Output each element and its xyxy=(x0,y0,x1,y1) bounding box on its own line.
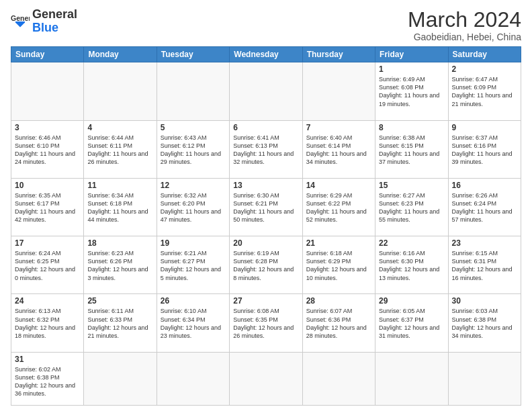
day-number: 18 xyxy=(87,238,152,248)
day-number: 8 xyxy=(379,123,444,132)
day-number: 9 xyxy=(452,123,517,132)
calendar-day: 9Sunrise: 6:37 AM Sunset: 6:16 PM Daylig… xyxy=(448,120,521,178)
day-number: 25 xyxy=(87,296,152,306)
day-number: 11 xyxy=(87,181,152,190)
day-number: 30 xyxy=(452,296,517,306)
calendar-day: 12Sunrise: 6:32 AM Sunset: 6:20 PM Dayli… xyxy=(157,178,229,236)
day-number: 29 xyxy=(379,296,444,306)
day-number: 21 xyxy=(306,238,371,248)
page: General General Blue March 2024 Gaobeidi… xyxy=(0,0,532,411)
day-number: 5 xyxy=(161,123,226,132)
calendar-day: 11Sunrise: 6:34 AM Sunset: 6:18 PM Dayli… xyxy=(84,178,157,236)
column-header-saturday: Saturday xyxy=(448,47,521,62)
calendar-day xyxy=(302,352,375,405)
day-number: 26 xyxy=(161,296,226,306)
month-title: March 2024 xyxy=(408,8,521,32)
day-info: Sunrise: 6:29 AM Sunset: 6:22 PM Dayligh… xyxy=(306,191,371,224)
day-number: 12 xyxy=(161,181,226,190)
day-info: Sunrise: 6:10 AM Sunset: 6:34 PM Dayligh… xyxy=(161,307,226,340)
day-info: Sunrise: 6:23 AM Sunset: 6:26 PM Dayligh… xyxy=(87,249,152,282)
day-number: 6 xyxy=(233,123,298,132)
calendar-table: SundayMondayTuesdayWednesdayThursdayFrid… xyxy=(11,46,521,406)
day-info: Sunrise: 6:03 AM Sunset: 6:38 PM Dayligh… xyxy=(452,307,517,340)
day-info: Sunrise: 6:44 AM Sunset: 6:11 PM Dayligh… xyxy=(87,134,152,167)
column-header-sunday: Sunday xyxy=(11,47,84,62)
day-number: 20 xyxy=(233,238,298,248)
calendar-day: 16Sunrise: 6:26 AM Sunset: 6:24 PM Dayli… xyxy=(448,178,521,236)
day-info: Sunrise: 6:46 AM Sunset: 6:10 PM Dayligh… xyxy=(15,134,80,167)
day-info: Sunrise: 6:37 AM Sunset: 6:16 PM Dayligh… xyxy=(452,134,517,167)
day-info: Sunrise: 6:43 AM Sunset: 6:12 PM Dayligh… xyxy=(161,134,226,167)
day-number: 2 xyxy=(452,64,517,74)
calendar-week-row: 17Sunrise: 6:24 AM Sunset: 6:25 PM Dayli… xyxy=(11,236,521,294)
day-number: 14 xyxy=(306,181,371,190)
day-number: 10 xyxy=(15,181,80,190)
calendar-day xyxy=(157,62,229,120)
calendar-day: 28Sunrise: 6:07 AM Sunset: 6:36 PM Dayli… xyxy=(302,294,375,352)
calendar-day xyxy=(11,62,84,120)
calendar-day: 14Sunrise: 6:29 AM Sunset: 6:22 PM Dayli… xyxy=(302,178,375,236)
day-info: Sunrise: 6:24 AM Sunset: 6:25 PM Dayligh… xyxy=(15,249,80,282)
calendar-day: 20Sunrise: 6:19 AM Sunset: 6:28 PM Dayli… xyxy=(230,236,302,294)
calendar-day: 23Sunrise: 6:15 AM Sunset: 6:31 PM Dayli… xyxy=(448,236,521,294)
calendar-header-row: SundayMondayTuesdayWednesdayThursdayFrid… xyxy=(11,47,521,62)
calendar-day xyxy=(84,352,157,405)
day-info: Sunrise: 6:26 AM Sunset: 6:24 PM Dayligh… xyxy=(452,191,517,224)
day-info: Sunrise: 6:16 AM Sunset: 6:30 PM Dayligh… xyxy=(379,249,444,282)
column-header-tuesday: Tuesday xyxy=(157,47,229,62)
day-number: 23 xyxy=(452,238,517,248)
day-info: Sunrise: 6:35 AM Sunset: 6:17 PM Dayligh… xyxy=(15,191,80,224)
svg-text:General: General xyxy=(11,13,30,21)
column-header-thursday: Thursday xyxy=(302,47,375,62)
calendar-day: 22Sunrise: 6:16 AM Sunset: 6:30 PM Dayli… xyxy=(375,236,448,294)
day-info: Sunrise: 6:41 AM Sunset: 6:13 PM Dayligh… xyxy=(233,134,298,167)
calendar-day: 15Sunrise: 6:27 AM Sunset: 6:23 PM Dayli… xyxy=(375,178,448,236)
day-info: Sunrise: 6:38 AM Sunset: 6:15 PM Dayligh… xyxy=(379,134,444,167)
calendar-day: 30Sunrise: 6:03 AM Sunset: 6:38 PM Dayli… xyxy=(448,294,521,352)
day-info: Sunrise: 6:40 AM Sunset: 6:14 PM Dayligh… xyxy=(306,134,371,167)
calendar-day xyxy=(448,352,521,405)
day-info: Sunrise: 6:21 AM Sunset: 6:27 PM Dayligh… xyxy=(161,249,226,282)
calendar-week-row: 10Sunrise: 6:35 AM Sunset: 6:17 PM Dayli… xyxy=(11,178,521,236)
calendar-week-row: 31Sunrise: 6:02 AM Sunset: 6:38 PM Dayli… xyxy=(11,352,521,405)
day-info: Sunrise: 6:49 AM Sunset: 6:08 PM Dayligh… xyxy=(379,75,444,108)
column-header-friday: Friday xyxy=(375,47,448,62)
day-info: Sunrise: 6:11 AM Sunset: 6:33 PM Dayligh… xyxy=(87,307,152,340)
calendar-day: 6Sunrise: 6:41 AM Sunset: 6:13 PM Daylig… xyxy=(230,120,302,178)
logo: General General Blue xyxy=(11,8,77,35)
calendar-day: 10Sunrise: 6:35 AM Sunset: 6:17 PM Dayli… xyxy=(11,178,84,236)
calendar-day: 5Sunrise: 6:43 AM Sunset: 6:12 PM Daylig… xyxy=(157,120,229,178)
day-info: Sunrise: 6:27 AM Sunset: 6:23 PM Dayligh… xyxy=(379,191,444,224)
day-number: 3 xyxy=(15,123,80,132)
day-number: 15 xyxy=(379,181,444,190)
day-number: 27 xyxy=(233,296,298,306)
svg-rect-2 xyxy=(15,21,25,23)
day-info: Sunrise: 6:30 AM Sunset: 6:21 PM Dayligh… xyxy=(233,191,298,224)
day-info: Sunrise: 6:34 AM Sunset: 6:18 PM Dayligh… xyxy=(87,191,152,224)
calendar-day: 25Sunrise: 6:11 AM Sunset: 6:33 PM Dayli… xyxy=(84,294,157,352)
logo-general: General xyxy=(32,8,77,21)
calendar-day: 19Sunrise: 6:21 AM Sunset: 6:27 PM Dayli… xyxy=(157,236,229,294)
calendar-day: 1Sunrise: 6:49 AM Sunset: 6:08 PM Daylig… xyxy=(375,62,448,120)
day-number: 13 xyxy=(233,181,298,190)
day-info: Sunrise: 6:02 AM Sunset: 6:38 PM Dayligh… xyxy=(15,365,80,398)
calendar-week-row: 1Sunrise: 6:49 AM Sunset: 6:08 PM Daylig… xyxy=(11,62,521,120)
calendar-day: 26Sunrise: 6:10 AM Sunset: 6:34 PM Dayli… xyxy=(157,294,229,352)
calendar-day: 2Sunrise: 6:47 AM Sunset: 6:09 PM Daylig… xyxy=(448,62,521,120)
calendar-day xyxy=(375,352,448,405)
calendar-day: 21Sunrise: 6:18 AM Sunset: 6:29 PM Dayli… xyxy=(302,236,375,294)
calendar-day: 18Sunrise: 6:23 AM Sunset: 6:26 PM Dayli… xyxy=(84,236,157,294)
calendar-week-row: 24Sunrise: 6:13 AM Sunset: 6:32 PM Dayli… xyxy=(11,294,521,352)
header: General General Blue March 2024 Gaobeidi… xyxy=(11,8,521,42)
day-info: Sunrise: 6:18 AM Sunset: 6:29 PM Dayligh… xyxy=(306,249,371,282)
day-info: Sunrise: 6:19 AM Sunset: 6:28 PM Dayligh… xyxy=(233,249,298,282)
calendar-day: 31Sunrise: 6:02 AM Sunset: 6:38 PM Dayli… xyxy=(11,352,84,405)
calendar-day xyxy=(157,352,229,405)
day-info: Sunrise: 6:32 AM Sunset: 6:20 PM Dayligh… xyxy=(161,191,226,224)
calendar-day: 24Sunrise: 6:13 AM Sunset: 6:32 PM Dayli… xyxy=(11,294,84,352)
calendar-day: 8Sunrise: 6:38 AM Sunset: 6:15 PM Daylig… xyxy=(375,120,448,178)
calendar-day: 13Sunrise: 6:30 AM Sunset: 6:21 PM Dayli… xyxy=(230,178,302,236)
day-info: Sunrise: 6:47 AM Sunset: 6:09 PM Dayligh… xyxy=(452,75,517,108)
day-number: 24 xyxy=(15,296,80,306)
day-number: 31 xyxy=(15,355,80,364)
